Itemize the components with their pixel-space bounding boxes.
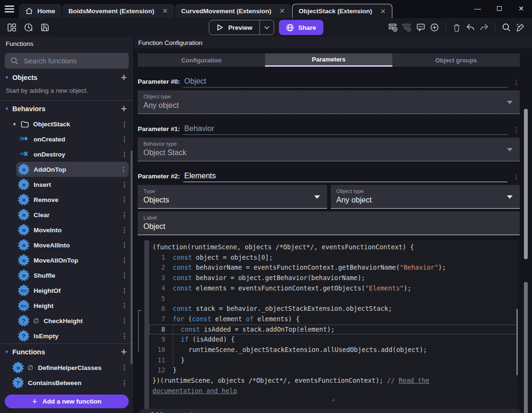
tab-boidsmovement[interactable]: BoidsMovement (Extension) ✕ bbox=[62, 4, 174, 18]
add-new-function-button[interactable]: + Add a new function bbox=[5, 395, 129, 408]
lifecycle-created-icon bbox=[19, 135, 28, 143]
behavior-folder-objectstack[interactable]: ▼ ObjectStack ⋮ bbox=[0, 117, 133, 132]
tab-curvedmovement[interactable]: CurvedMovement (Extension) ✕ bbox=[175, 4, 291, 18]
chevron-down-icon: ▼ bbox=[12, 122, 17, 127]
trash-icon[interactable] bbox=[451, 21, 463, 34]
kebab-menu-icon[interactable]: ⋮ bbox=[121, 196, 128, 203]
kebab-menu-icon[interactable]: ⋮ bbox=[121, 379, 128, 386]
function-item-checkheight[interactable]: ? ∅ CheckHeight ⋮ bbox=[0, 313, 133, 328]
undo-icon[interactable] bbox=[464, 21, 477, 34]
function-item-addontop-selected[interactable]: » AddOnTop ⋮ bbox=[16, 162, 129, 177]
sidebar-title: Functions bbox=[0, 37, 133, 49]
preview-options-chevron[interactable] bbox=[259, 20, 274, 35]
resize-caret-icon[interactable]: ⌃ bbox=[332, 396, 335, 407]
close-icon[interactable]: ✕ bbox=[380, 8, 386, 15]
close-window-icon[interactable]: ✕ bbox=[510, 0, 532, 17]
tab-configuration[interactable]: Configuration bbox=[138, 53, 265, 67]
code-editor[interactable]: (function(runtimeScene, objects /*Object… bbox=[144, 240, 518, 409]
kebab-menu-icon[interactable]: ⋮ bbox=[513, 126, 520, 135]
add-function-icon[interactable]: + bbox=[121, 347, 127, 357]
function-item-moveallontop[interactable]: » MoveAllOnTop ⋮ bbox=[0, 253, 133, 268]
section-objects[interactable]: ▼ Objects + bbox=[0, 70, 133, 86]
close-icon[interactable]: ✕ bbox=[279, 7, 285, 15]
kebab-menu-icon[interactable]: ⋮ bbox=[121, 317, 128, 324]
function-item-ondestroy[interactable]: onDestroy ⋮ bbox=[0, 147, 133, 162]
section-behaviors[interactable]: ▼ Behaviors + bbox=[0, 101, 133, 117]
lower-pane-scrollbar[interactable] bbox=[524, 282, 528, 413]
function-item-containsbetween[interactable]: ? ContainsBetween ⋮ bbox=[0, 375, 133, 390]
redo-icon[interactable] bbox=[478, 21, 490, 34]
parameter-name-input[interactable]: Behavior bbox=[183, 124, 507, 135]
function-item-height[interactable]: f(x) Height ⋮ bbox=[0, 298, 133, 313]
expression-gear-icon: f(x) bbox=[19, 286, 28, 295]
kebab-menu-icon[interactable]: ⋮ bbox=[513, 79, 520, 88]
kebab-menu-icon[interactable]: ⋮ bbox=[121, 181, 128, 188]
parameter-1-row: Parameter #1: Behavior ⋮ bbox=[138, 120, 520, 135]
add-circle-icon[interactable] bbox=[428, 21, 441, 34]
object-type-select-2[interactable]: Object type Any object bbox=[331, 185, 520, 209]
tab-parameters[interactable]: Parameters bbox=[265, 53, 392, 67]
code-editor-scrollbar[interactable] bbox=[516, 309, 518, 375]
add-comment-icon[interactable] bbox=[415, 21, 427, 34]
condition-gear-icon: ? bbox=[19, 316, 28, 325]
type-select[interactable]: Type Objects bbox=[138, 185, 327, 209]
parameter-name-input[interactable]: Object bbox=[183, 77, 507, 88]
kebab-menu-icon[interactable]: ⋮ bbox=[121, 211, 128, 218]
behavior-type-select[interactable]: Behavior type Object Stack bbox=[138, 138, 520, 161]
kebab-menu-icon[interactable]: ⋮ bbox=[121, 272, 128, 279]
label-field[interactable]: Label Object bbox=[138, 211, 520, 235]
save-icon[interactable] bbox=[39, 21, 51, 34]
search-functions-input[interactable]: Search functions bbox=[5, 53, 129, 69]
function-item-isempty[interactable]: ? IsEmpty ⋮ bbox=[0, 328, 133, 343]
share-button[interactable]: Share bbox=[279, 20, 323, 35]
function-item-shuffle[interactable]: » Shuffle ⋮ bbox=[0, 268, 133, 283]
parameter-name-input[interactable]: Elements bbox=[183, 172, 507, 182]
kebab-menu-icon[interactable]: ⋮ bbox=[121, 257, 128, 264]
parameters-scrollbar[interactable] bbox=[524, 109, 528, 259]
preview-button[interactable]: Preview bbox=[209, 20, 274, 35]
add-object-icon[interactable]: + bbox=[121, 73, 127, 82]
maximize-icon[interactable] bbox=[488, 0, 510, 17]
edit-pen-icon[interactable] bbox=[514, 21, 526, 34]
object-type-select[interactable]: Object type Any object bbox=[138, 90, 520, 114]
kebab-menu-icon[interactable]: ⋮ bbox=[121, 333, 128, 339]
sidebar-scrollbar[interactable] bbox=[131, 150, 133, 364]
search-icon[interactable] bbox=[500, 21, 513, 34]
function-item-definehelperclasses[interactable]: » ∅ DefineHelperClasses ⋮ bbox=[0, 360, 133, 375]
kebab-menu-icon[interactable]: ⋮ bbox=[121, 287, 128, 294]
tab-object-groups[interactable]: Object groups bbox=[392, 53, 520, 67]
panels-layout-icon[interactable] bbox=[6, 21, 18, 34]
kebab-menu-icon[interactable]: ⋮ bbox=[120, 166, 127, 173]
function-item-oncreated[interactable]: onCreated ⋮ bbox=[0, 132, 133, 147]
condition-gear-icon: ? bbox=[13, 378, 23, 387]
kebab-menu-icon[interactable]: ⋮ bbox=[121, 121, 128, 128]
code-lines[interactable]: 1const object = objects[0];2const behavi… bbox=[149, 253, 518, 376]
menu-icon[interactable] bbox=[0, 0, 19, 18]
globe-icon bbox=[286, 24, 294, 32]
tab-home[interactable]: Home bbox=[19, 4, 62, 18]
function-item-insert[interactable]: » Insert ⋮ bbox=[0, 177, 133, 192]
kebab-menu-icon[interactable]: ⋮ bbox=[121, 136, 128, 142]
kebab-menu-icon[interactable]: ⋮ bbox=[121, 364, 128, 371]
kebab-menu-icon[interactable]: ⋮ bbox=[121, 227, 128, 233]
tab-objectstack[interactable]: ObjectStack (Extension) ✕ bbox=[292, 4, 392, 18]
add-parameter-button-partial[interactable]: Add a parameter bbox=[140, 409, 521, 413]
function-configuration-pane: Function Configuration Configuration Par… bbox=[134, 37, 532, 413]
section-functions[interactable]: ▼ Functions + bbox=[0, 344, 133, 360]
kebab-menu-icon[interactable]: ⋮ bbox=[121, 302, 128, 309]
close-icon[interactable]: ✕ bbox=[162, 7, 168, 15]
function-item-remove[interactable]: » Remove ⋮ bbox=[0, 192, 133, 207]
function-item-clear[interactable]: » Clear ⋮ bbox=[0, 207, 133, 222]
kebab-menu-icon[interactable]: ⋮ bbox=[121, 151, 128, 158]
kebab-menu-icon[interactable]: ⋮ bbox=[513, 174, 520, 182]
add-subevent-icon[interactable] bbox=[401, 21, 413, 34]
toolbar: Preview Share bbox=[0, 18, 532, 37]
add-event-icon[interactable] bbox=[387, 21, 399, 34]
add-behavior-icon[interactable]: + bbox=[121, 104, 127, 114]
history-icon[interactable] bbox=[22, 21, 35, 34]
minimize-icon[interactable]: — bbox=[467, 0, 488, 17]
function-item-moveallinto[interactable]: » MoveAllInto ⋮ bbox=[0, 237, 133, 253]
function-item-moveinto[interactable]: » MoveInto ⋮ bbox=[0, 222, 133, 237]
kebab-menu-icon[interactable]: ⋮ bbox=[121, 242, 128, 248]
function-item-heightof[interactable]: f(x) HeightOf ⋮ bbox=[0, 283, 133, 298]
